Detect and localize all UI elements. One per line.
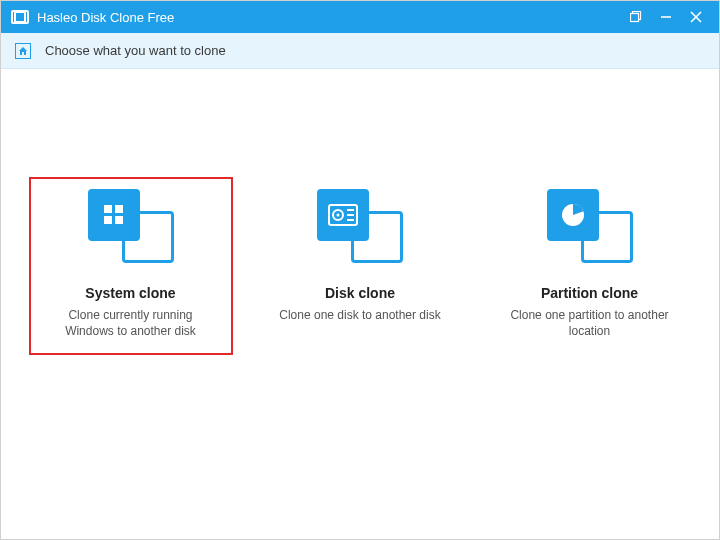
partition-clone-title: Partition clone xyxy=(498,285,682,301)
close-button[interactable] xyxy=(681,1,711,33)
system-clone-option[interactable]: System clone Clone currently running Win… xyxy=(31,179,231,353)
svg-point-12 xyxy=(337,214,340,217)
svg-rect-14 xyxy=(347,214,354,216)
app-title: Hasleo Disk Clone Free xyxy=(37,10,621,25)
disk-clone-title: Disk clone xyxy=(268,285,452,301)
svg-rect-1 xyxy=(631,14,639,22)
main-content: System clone Clone currently running Win… xyxy=(1,69,719,353)
subheader-text: Choose what you want to clone xyxy=(45,43,226,58)
svg-rect-6 xyxy=(104,205,112,213)
svg-rect-9 xyxy=(115,216,123,224)
titlebar: Hasleo Disk Clone Free xyxy=(1,1,719,33)
partition-clone-icon xyxy=(547,189,633,263)
svg-rect-7 xyxy=(115,205,123,213)
subheader: Choose what you want to clone xyxy=(1,33,719,69)
partition-clone-desc: Clone one partition to another location xyxy=(498,307,682,339)
system-clone-desc: Clone currently running Windows to anoth… xyxy=(39,307,223,339)
partition-clone-option[interactable]: Partition clone Clone one partition to a… xyxy=(490,179,690,353)
svg-rect-13 xyxy=(347,209,354,211)
disk-clone-option[interactable]: Disk clone Clone one disk to another dis… xyxy=(260,179,460,337)
svg-rect-8 xyxy=(104,216,112,224)
disk-clone-icon xyxy=(317,189,403,263)
app-icon xyxy=(11,10,29,24)
minimize-button[interactable] xyxy=(651,1,681,33)
system-clone-icon xyxy=(88,189,174,263)
system-clone-title: System clone xyxy=(39,285,223,301)
disk-clone-desc: Clone one disk to another disk xyxy=(268,307,452,323)
restore-down-button[interactable] xyxy=(621,1,651,33)
svg-rect-15 xyxy=(347,219,354,221)
home-icon[interactable] xyxy=(15,43,31,59)
